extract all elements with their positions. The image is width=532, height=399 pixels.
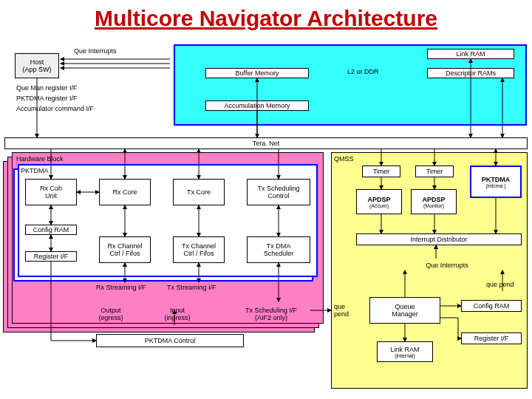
tx-dma-sched-box: Tx DMA Scheduler <box>247 236 310 263</box>
apdsp2-box: APDSP (Monitor) <box>411 189 457 214</box>
tx-sched-if-label: Tx Scheduling I/F (AIF2 only) <box>231 303 312 325</box>
descriptor-rams-box: Descriptor RAMs <box>427 68 514 78</box>
que-interrupts-label: Que Interrupts <box>74 47 117 55</box>
tx-core-box: Tx Core <box>173 179 225 205</box>
queue-manager-box: Queue Manager <box>369 297 440 324</box>
pktdma-title: PKTDMA <box>21 167 49 174</box>
apdsp1-label: APDSP <box>367 196 390 203</box>
accum-cmd-label: Accumulator command I/F <box>16 105 94 112</box>
que-interrupts-qmss-box: Que Interrupts <box>372 260 522 270</box>
que-man-reg-label: Que Man register I/F <box>16 84 78 92</box>
teranet-bus: Tera. Net <box>4 137 528 149</box>
apdsp2-label: APDSP <box>422 196 445 203</box>
pktdma-control-box: PKTDMA Control <box>96 334 244 347</box>
pktdma-qmss-sub: (intcma ) <box>485 183 505 188</box>
link-ram-qmss-sub: (internal) <box>395 353 415 358</box>
interrupt-dist-box: Interrupt Distributor <box>356 233 522 245</box>
host-box: Host (App SW) <box>15 53 59 78</box>
rx-coh-box: Rx Coh Unit <box>25 179 77 205</box>
apdsp1-sub: (Accum) <box>369 203 389 208</box>
rx-streaming-label: Rx Streaming I/F <box>96 284 146 291</box>
config-ram-qmss-box: Config RAM <box>461 300 522 312</box>
que-pend2-label: que pend <box>334 303 349 318</box>
register-if-qmss-box: Register I/F <box>461 332 522 344</box>
config-ram-hw-box: Config RAM <box>25 225 77 235</box>
apdsp1-box: APDSP (Accum) <box>356 189 402 214</box>
input-ingress-label: Input (ingress) <box>148 303 207 325</box>
architecture-diagram: Host (App SW) Que Interrupts Link RAM Bu… <box>0 37 532 399</box>
pktdma-reg-label: PKTDMA register I/F <box>16 95 78 102</box>
tx-channel-box: Tx Channel Ctrl / Fifos <box>173 236 225 263</box>
pktdma-qmss-box: PKTDMA (intcma ) <box>470 166 522 198</box>
timer1-box: Timer <box>362 166 400 177</box>
apdsp2-sub: (Monitor) <box>423 203 444 208</box>
que-pend1-label: que pend <box>486 281 514 288</box>
page-title: Multicore Navigator Architecture <box>0 0 532 37</box>
buffer-memory-box: Buffer Memory <box>205 68 309 78</box>
l2-or-ddr-label: L2 or DDR <box>347 68 379 75</box>
link-ram-box: Link RAM <box>427 49 514 59</box>
register-if-hw-box: Register I/F <box>25 251 77 262</box>
timer2-box: Timer <box>415 166 454 177</box>
link-ram-qmss-label: Link RAM <box>390 346 419 353</box>
link-ram-qmss-box: Link RAM (internal) <box>377 341 433 362</box>
tx-sched-ctrl-box: Tx Scheduling Control <box>247 179 310 205</box>
rx-channel-box: Rx Channel Ctrl / Fifos <box>99 236 151 263</box>
pktdma-qmss-label: PKTDMA <box>482 176 511 183</box>
output-egress-label: Output (egress) <box>81 303 140 325</box>
tx-streaming-label: Tx Streaming I/F <box>167 284 216 291</box>
accum-memory-box: Accumulation Memory <box>205 100 309 111</box>
qmss-title: QMSS <box>334 155 354 163</box>
hw-block-title: Hardware Block <box>16 155 64 163</box>
rx-core-box: Rx Core <box>99 179 151 205</box>
